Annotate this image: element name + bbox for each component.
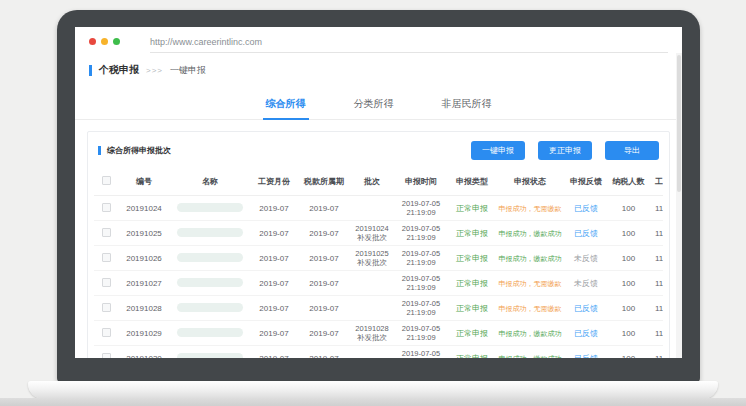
row-select-cell	[94, 321, 118, 346]
feedback-text: 已反馈	[574, 329, 598, 338]
cell-declare-status: 申报成功，缴款成功	[496, 321, 564, 346]
cell-tax-period: 2019-07	[298, 346, 350, 359]
maximize-window-icon[interactable]	[113, 38, 120, 45]
minimize-window-icon[interactable]	[101, 38, 108, 45]
row-checkbox[interactable]	[102, 253, 111, 262]
status-text: 申报成功，无需缴款	[499, 205, 562, 212]
cell-salary-month: 2019-07	[250, 321, 298, 346]
cell-declare-status: 申报成功，无需缴款	[496, 271, 564, 296]
laptop-screen: http://www.careerintlinc.com 个税申报 >>> 一键…	[75, 27, 682, 358]
row-select-cell	[94, 346, 118, 359]
cell-declare-status: 申报成功，缴款成功	[496, 346, 564, 359]
cell-tax-period: 2019-07	[298, 246, 350, 271]
col-header-declare-time: 申报时间	[394, 168, 448, 196]
cell-declare-status: 申报成功，缴款成功	[496, 246, 564, 271]
breadcrumb-current: 一键申报	[170, 64, 206, 77]
row-checkbox[interactable]	[102, 278, 111, 287]
cell-batch	[350, 296, 394, 321]
cell-taxpayer-count: 100	[608, 321, 649, 346]
table-header-row: 编号 名称 工资月份 税款所属期 批次 申报时间 申报类型 申报状态 申报反馈 …	[94, 168, 663, 196]
cell-declare-time: 2019-07-05 21:19:09	[394, 246, 448, 271]
cell-clipped: 110	[649, 271, 663, 296]
redacted-name-placeholder	[177, 203, 243, 212]
redacted-name-placeholder	[177, 303, 243, 312]
cell-declare-feedback: 未反馈	[564, 246, 608, 271]
row-checkbox[interactable]	[102, 328, 111, 337]
select-all-checkbox[interactable]	[102, 176, 111, 185]
table-row: 20191029 2019-07 2019-07 20191028 补发批次 2…	[94, 321, 663, 346]
cell-name	[170, 246, 250, 271]
col-header-declare-feedback: 申报反馈	[564, 168, 608, 196]
row-select-cell	[94, 296, 118, 321]
cell-id: 20191029	[118, 321, 170, 346]
status-text: 申报成功，无需缴款	[499, 305, 562, 312]
cell-salary-month: 2019-07	[250, 296, 298, 321]
tab-bar: 综合所得 分类所得 非居民所得	[75, 92, 682, 120]
export-button[interactable]: 导出	[605, 141, 659, 160]
vertical-scrollbar[interactable]	[676, 53, 682, 358]
cell-batch	[350, 346, 394, 359]
status-text: 申报成功，缴款成功	[499, 255, 562, 262]
table-row: 20191028 2019-07 2019-07 2019-07-05 21:1…	[94, 296, 663, 321]
cell-tax-period: 2019-07	[298, 321, 350, 346]
declaration-table: 编号 名称 工资月份 税款所属期 批次 申报时间 申报类型 申报状态 申报反馈 …	[94, 168, 663, 358]
redacted-name-placeholder	[177, 328, 243, 337]
cell-taxpayer-count: 100	[608, 221, 649, 246]
cell-declare-time: 2019-07-05 21:19:09	[394, 221, 448, 246]
cell-declare-feedback: 未反馈	[564, 271, 608, 296]
col-header-declare-type: 申报类型	[448, 168, 496, 196]
row-checkbox[interactable]	[102, 353, 111, 359]
select-all-cell	[94, 168, 118, 196]
cell-declare-time: 2019-07-05 21:19:09	[394, 271, 448, 296]
correction-declare-button[interactable]: 更正申报	[538, 141, 592, 160]
row-checkbox[interactable]	[102, 303, 111, 312]
feedback-text: 已反馈	[574, 354, 598, 359]
cell-batch	[350, 271, 394, 296]
cell-declare-time: 2019-07-05 21:19:09	[394, 346, 448, 359]
vertical-scrollbar-thumb[interactable]	[677, 55, 681, 192]
laptop-base	[28, 381, 718, 399]
table-body: 20191024 2019-07 2019-07 2019-07-05 21:1…	[94, 196, 663, 359]
table-row: 20191026 2019-07 2019-07 20191025 补发批次 2…	[94, 246, 663, 271]
row-select-cell	[94, 196, 118, 221]
tab-comprehensive-income[interactable]: 综合所得	[263, 92, 309, 120]
cell-salary-month: 2019-07	[250, 196, 298, 221]
cell-declare-time: 2019-07-05 21:19:09	[394, 321, 448, 346]
cell-id: 20191024	[118, 196, 170, 221]
feedback-text: 已反馈	[574, 304, 598, 313]
cell-clipped: 110	[649, 321, 663, 346]
row-checkbox[interactable]	[102, 228, 111, 237]
col-header-batch: 批次	[350, 168, 394, 196]
status-text: 申报成功，缴款成功	[499, 330, 562, 337]
cell-declare-type: 正常申报	[448, 321, 496, 346]
cell-id: 20191025	[118, 221, 170, 246]
redacted-name-placeholder	[177, 228, 243, 237]
feedback-text: 已反馈	[574, 229, 598, 238]
row-checkbox[interactable]	[102, 203, 111, 212]
row-select-cell	[94, 246, 118, 271]
cell-declare-type: 正常申报	[448, 196, 496, 221]
cell-taxpayer-count: 100	[608, 346, 649, 359]
cell-clipped: 110	[649, 196, 663, 221]
cell-clipped: 110	[649, 296, 663, 321]
tab-nonresident-income[interactable]: 非居民所得	[439, 92, 495, 119]
browser-chrome: http://www.careerintlinc.com	[75, 27, 682, 53]
address-bar[interactable]: http://www.careerintlinc.com	[150, 37, 668, 53]
cell-declare-feedback: 已反馈	[564, 321, 608, 346]
cell-tax-period: 2019-07	[298, 296, 350, 321]
tab-classified-income[interactable]: 分类所得	[351, 92, 397, 119]
cell-salary-month: 2019-07	[250, 271, 298, 296]
feedback-text: 未反馈	[574, 254, 598, 263]
cell-batch	[350, 196, 394, 221]
row-select-cell	[94, 221, 118, 246]
one-click-declare-button[interactable]: 一键申报	[471, 141, 525, 160]
col-header-taxpayer-count: 纳税人数	[608, 168, 649, 196]
cell-tax-period: 2019-07	[298, 196, 350, 221]
accent-bar	[89, 65, 92, 76]
cell-id: 20191028	[118, 296, 170, 321]
close-window-icon[interactable]	[89, 38, 96, 45]
cell-clipped: 110	[649, 246, 663, 271]
cell-tax-period: 2019-07	[298, 271, 350, 296]
cell-declare-feedback: 已反馈	[564, 196, 608, 221]
cell-clipped: 110	[649, 221, 663, 246]
